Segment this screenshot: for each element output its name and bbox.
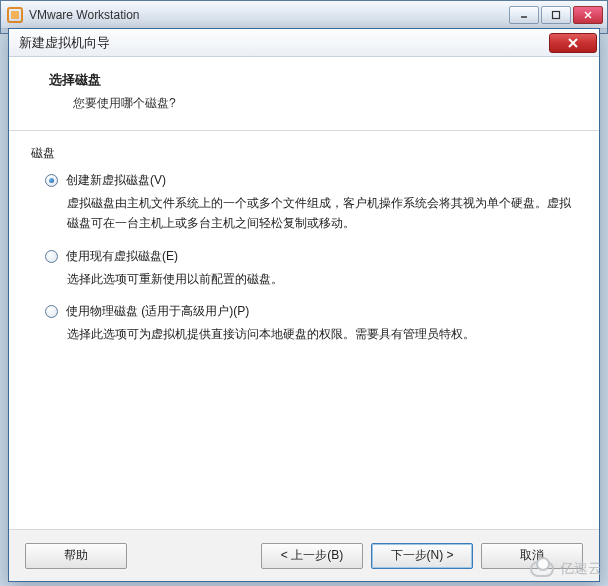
parent-window-title: VMware Workstation [29,8,507,22]
svg-rect-1 [11,11,19,19]
window-controls [507,6,603,24]
radio-label: 使用现有虚拟磁盘(E) [66,248,178,265]
radio-icon[interactable] [45,250,58,263]
cloud-icon [530,561,554,577]
radio-icon[interactable] [45,174,58,187]
wizard-dialog: 新建虚拟机向导 选择磁盘 您要使用哪个磁盘? 磁盘 创建新虚拟磁盘(V) 虚拟磁… [8,28,600,582]
maximize-button[interactable] [541,6,571,24]
dialog-titlebar[interactable]: 新建虚拟机向导 [9,29,599,57]
radio-label: 使用物理磁盘 (适用于高级用户)(P) [66,303,249,320]
radio-label: 创建新虚拟磁盘(V) [66,172,166,189]
watermark-text: 亿速云 [560,560,602,578]
dialog-close-button[interactable] [549,33,597,53]
dialog-header: 选择磁盘 您要使用哪个磁盘? [9,57,599,131]
radio-option-create-new[interactable]: 创建新虚拟磁盘(V) [45,172,577,189]
dialog-heading: 选择磁盘 [49,71,575,89]
radio-desc-create-new: 虚拟磁盘由主机文件系统上的一个或多个文件组成，客户机操作系统会将其视为单个硬盘。… [67,193,577,234]
radio-option-physical-disk[interactable]: 使用物理磁盘 (适用于高级用户)(P) [45,303,577,320]
watermark: 亿速云 [530,560,602,578]
help-button[interactable]: 帮助 [25,543,127,569]
radio-desc-physical-disk: 选择此选项可为虚拟机提供直接访问本地硬盘的权限。需要具有管理员特权。 [67,324,577,344]
dialog-body: 磁盘 创建新虚拟磁盘(V) 虚拟磁盘由主机文件系统上的一个或多个文件组成，客户机… [9,131,599,529]
dialog-subheading: 您要使用哪个磁盘? [73,95,575,112]
svg-rect-3 [553,11,560,18]
parent-close-button[interactable] [573,6,603,24]
vmware-icon [7,7,23,23]
parent-titlebar[interactable]: VMware Workstation [1,1,607,29]
radio-desc-use-existing: 选择此选项可重新使用以前配置的磁盘。 [67,269,577,289]
radio-icon[interactable] [45,305,58,318]
back-button[interactable]: < 上一步(B) [261,543,363,569]
dialog-title: 新建虚拟机向导 [19,34,549,52]
group-label-disk: 磁盘 [31,145,577,162]
radio-option-use-existing[interactable]: 使用现有虚拟磁盘(E) [45,248,577,265]
minimize-button[interactable] [509,6,539,24]
dialog-footer: 帮助 < 上一步(B) 下一步(N) > 取消 [9,529,599,581]
next-button[interactable]: 下一步(N) > [371,543,473,569]
